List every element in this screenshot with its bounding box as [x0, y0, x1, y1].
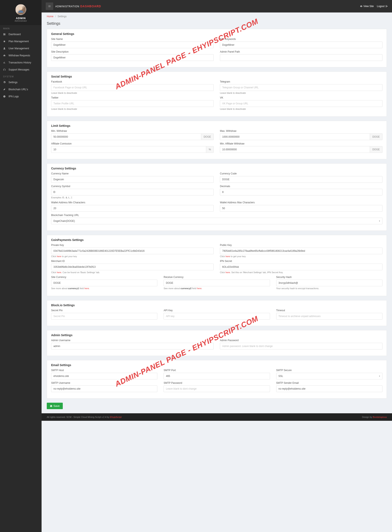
telegram-input[interactable]: [220, 84, 383, 91]
link-icon: [3, 88, 7, 91]
smtp-username-input[interactable]: [51, 385, 157, 392]
currency-symbol-input[interactable]: [51, 189, 214, 196]
logout-link[interactable]: Logout: [377, 5, 388, 8]
sidebar-item-plan-management[interactable]: Plan Management: [0, 38, 42, 45]
admin-path-input[interactable]: [220, 54, 383, 61]
sidebar-item-label: Support Messages: [9, 68, 29, 71]
sidebar-item-label: Plan Management: [9, 40, 29, 43]
wallet-max-chars-input[interactable]: [220, 205, 383, 212]
secret-pin-input[interactable]: [51, 313, 157, 320]
sidebar-item-blockchain-url-s[interactable]: Blockchain URL's: [0, 86, 42, 93]
view-site-link[interactable]: View Site: [360, 5, 374, 8]
sidebar-item-support-messages[interactable]: Support Messages: [0, 66, 42, 73]
sidebar-item-user-management[interactable]: User Management: [0, 45, 42, 52]
affiliate-input[interactable]: [51, 146, 206, 153]
brand-prefix: ADMINISTRATION: [55, 5, 79, 8]
twitter-input[interactable]: [51, 100, 214, 107]
coinpayments-settings-card: CoinPayments Settings Private KeyClick h…: [47, 235, 387, 296]
facebook-input[interactable]: [51, 84, 214, 91]
footer: All rights reserved. SCM - Simple Cloud …: [42, 413, 392, 421]
timeout-input[interactable]: [276, 313, 383, 320]
social-settings-card: Social Settings Facebook Leave blank to …: [47, 71, 387, 117]
sidebar-item-settings[interactable]: Settings: [0, 79, 42, 86]
breadcrumb-current: Settings: [58, 15, 66, 18]
currency-name-input[interactable]: [51, 176, 214, 183]
merchant-help-link[interactable]: here: [57, 271, 61, 274]
sidebar-heading-main: MAIN: [0, 25, 42, 31]
smtp-password-input[interactable]: [163, 385, 270, 392]
site-currency-input[interactable]: [51, 280, 157, 286]
email-settings-card: Email Settings SMTP Host SMTP Port SMTP …: [47, 360, 387, 399]
menu-toggle[interactable]: [46, 3, 53, 10]
brand: ADMINISTRATION DASHBOARD: [55, 5, 101, 8]
ipn-help-link[interactable]: here: [225, 271, 230, 274]
sidebar-item-label: User Management: [9, 47, 29, 50]
api-key-input[interactable]: [163, 313, 270, 320]
blockchain-tracking-select[interactable]: DogeChain(DOGE): [51, 218, 383, 224]
security-hash-input[interactable]: [276, 280, 383, 286]
info-icon: [3, 95, 7, 98]
site-description-input[interactable]: [51, 54, 214, 61]
site-keywords-input[interactable]: [220, 42, 383, 48]
min-aff-withdraw-input[interactable]: [220, 146, 370, 153]
user-icon: [3, 47, 7, 50]
chart-icon: [3, 61, 7, 64]
sidebar-heading-system: SYSTEM: [0, 73, 42, 79]
min-withdraw-input[interactable]: [51, 133, 201, 140]
limit-settings-card: Limit Settings Min. Withdraw DOGE Max. W…: [47, 121, 387, 159]
admin-username-input[interactable]: [51, 343, 214, 350]
footer-right-link[interactable]: Bootstrapious: [373, 416, 387, 418]
vk-input[interactable]: [220, 100, 383, 107]
sidebar-profile: ADMIN Administrator: [0, 0, 42, 25]
currency-code-input[interactable]: [220, 176, 383, 183]
wallet-min-chars-input[interactable]: [51, 205, 214, 212]
admin-password-input[interactable]: [220, 343, 383, 350]
sidebar-item-dashboard[interactable]: Dashboard: [0, 31, 42, 38]
private-help-link[interactable]: here: [57, 255, 61, 258]
private-key-input[interactable]: [51, 247, 214, 254]
withdraw-icon: [3, 54, 7, 57]
admin-settings-card: Admin Settings Admin Username Admin Pass…: [47, 330, 387, 356]
sidebar: ADMIN Administrator MAIN DashboardPlan M…: [0, 0, 42, 532]
profile-role: Administrator: [2, 20, 39, 22]
dashboard-icon: [3, 33, 7, 36]
page-title: Settings: [42, 20, 392, 29]
svg-point-0: [19, 7, 23, 10]
support-icon: [3, 68, 7, 71]
merchant-id-input[interactable]: [51, 264, 214, 270]
smtp-secure-select[interactable]: SSL: [276, 373, 383, 379]
general-settings-card: General Settings Site Name Site Keywords: [47, 29, 387, 67]
plan-icon: [3, 40, 7, 43]
footer-left-link[interactable]: EhyipScript: [110, 416, 121, 418]
sidebar-item-ipn-logs[interactable]: IPN Logs: [0, 93, 42, 100]
smtp-port-input[interactable]: [163, 373, 270, 379]
profile-name: ADMIN: [2, 17, 39, 20]
sidebar-item-label: Withdraw Requests: [9, 54, 30, 57]
brand-highlight: DASHBOARD: [80, 5, 101, 8]
sidebar-item-label: Transactions History: [9, 61, 31, 64]
receive-cur-help-link[interactable]: here: [197, 287, 202, 289]
receive-currency-input[interactable]: [163, 280, 270, 286]
topbar: ADMINISTRATION DASHBOARD View Site Logou…: [42, 0, 392, 13]
decimals-input[interactable]: [220, 189, 383, 196]
site-cur-help-link[interactable]: here: [84, 287, 89, 289]
sidebar-item-label: IPN Logs: [9, 95, 19, 98]
max-withdraw-input[interactable]: [220, 133, 370, 140]
smtp-host-input[interactable]: [51, 373, 157, 379]
gear-icon: [3, 81, 7, 84]
public-key-input[interactable]: [220, 247, 383, 254]
currency-settings-card: Currency Settings Currency Name Currency…: [47, 163, 387, 231]
ipn-secret-input[interactable]: [220, 264, 383, 270]
save-button[interactable]: Save: [47, 403, 63, 409]
smtp-sender-input[interactable]: [276, 385, 383, 392]
site-name-input[interactable]: [51, 42, 214, 48]
sidebar-item-label: Blockchain URL's: [9, 88, 28, 91]
breadcrumb: Home / Settings: [42, 13, 392, 20]
public-help-link[interactable]: here: [225, 255, 230, 258]
sidebar-item-label: Dashboard: [9, 33, 21, 36]
blockio-settings-card: Block.io Settings Secret Pin API Key Tim…: [47, 300, 387, 326]
sidebar-item-withdraw-requests[interactable]: Withdraw Requests: [0, 52, 42, 59]
breadcrumb-home[interactable]: Home: [47, 15, 53, 18]
sidebar-item-transactions-history[interactable]: Transactions History: [0, 59, 42, 66]
avatar: [15, 4, 26, 15]
